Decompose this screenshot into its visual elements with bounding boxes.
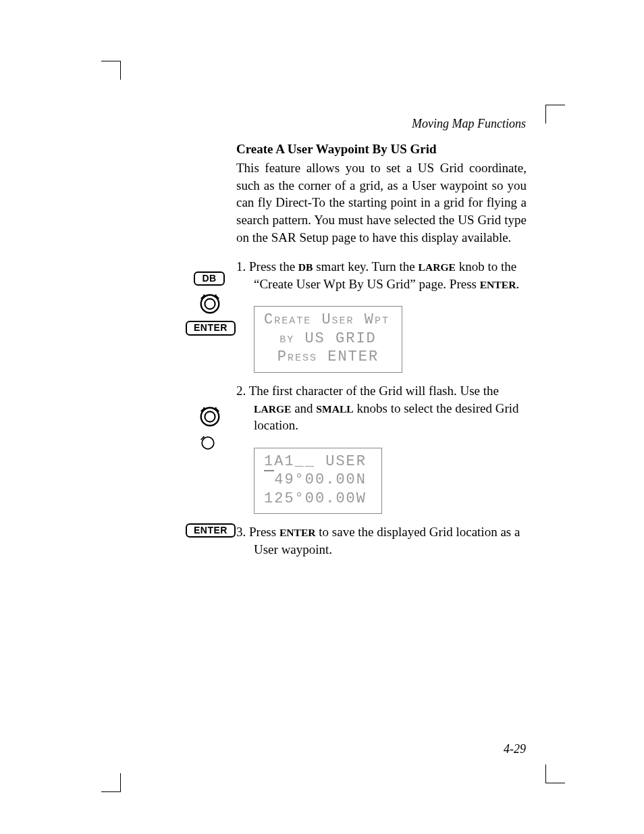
running-head: Moving Map Functions (412, 117, 526, 131)
lcd2-line2: 49°00.00N (264, 471, 372, 490)
step1-text: 1. Press the (236, 259, 298, 273)
step-2: 2. The first character of the Grid will … (236, 382, 527, 434)
lcd-display-2: 1A1__ USER 49°00.00N 125°00.00W (254, 448, 382, 515)
step-1: 1. Press the DB smart key. Turn the LARG… (236, 258, 527, 292)
enter-label: ENTER (480, 279, 516, 290)
svg-point-5 (205, 411, 215, 421)
page-number: 4-29 (504, 742, 526, 756)
step1-text: smart key. Turn the (313, 259, 418, 273)
crop-mark (101, 61, 120, 61)
large-knob-icon (197, 291, 221, 315)
period: . (516, 277, 519, 291)
step3-controls: ENTER (186, 523, 233, 538)
lcd1-line3: Press ENTER (264, 348, 392, 367)
lcd1-line2: by US GRID (264, 330, 392, 348)
lcd2-cursor-char: 1 (264, 453, 274, 471)
step2-text: and (291, 401, 316, 415)
enter-label: ENTER (279, 527, 316, 538)
lcd-display-1: Create User Wpt by US GRID Press ENTER (254, 306, 402, 373)
db-label: DB (298, 261, 313, 273)
db-key-icon: DB (194, 271, 224, 286)
svg-point-4 (201, 408, 219, 426)
crop-mark (545, 105, 546, 124)
step3-text: 3. Press (236, 525, 279, 539)
crop-mark (101, 791, 120, 792)
intro-paragraph: This feature allows you to set a US Grid… (236, 159, 527, 246)
svg-point-0 (201, 295, 219, 313)
crop-mark (120, 773, 121, 792)
crop-mark (120, 61, 121, 80)
crop-mark (545, 764, 546, 783)
large-label: LARGE (254, 403, 291, 415)
lcd2-line1: 1A1__ USER (264, 452, 372, 471)
lcd1-line1: Create User Wpt (264, 311, 392, 330)
step2-text: 2. The first character of the Grid will … (236, 384, 499, 398)
step2-controls (186, 398, 233, 462)
small-knob-icon (197, 432, 221, 457)
svg-point-1 (205, 299, 215, 309)
crop-mark (546, 783, 565, 783)
lcd2-rest: A1__ USER (274, 453, 367, 470)
crop-mark (546, 105, 565, 105)
large-label: LARGE (419, 261, 456, 273)
svg-point-8 (202, 437, 214, 449)
enter-key-icon: ENTER (186, 523, 236, 538)
enter-key-icon: ENTER (186, 321, 236, 335)
large-knob-icon (197, 404, 221, 428)
section-title: Create A User Waypoint By US Grid (236, 142, 527, 157)
step-3: 3. Press ENTER to save the displayed Gri… (236, 523, 527, 558)
step1-controls: DB ENTER (186, 271, 233, 336)
lcd2-line3: 125°00.00W (264, 490, 372, 509)
small-label: SMALL (316, 403, 353, 415)
